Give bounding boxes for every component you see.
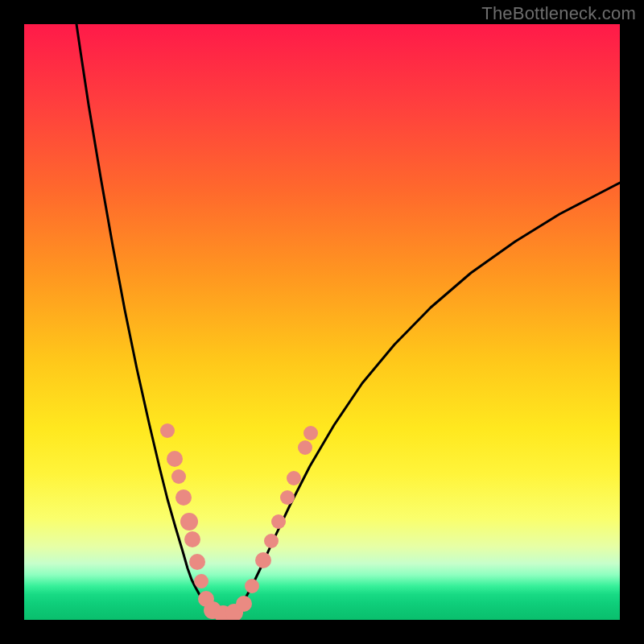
left-dot-3 [171, 469, 186, 484]
left-dot-1 [160, 423, 175, 438]
data-dots [160, 423, 318, 620]
left-dot-7 [189, 554, 205, 570]
watermark-text: TheBottleneck.com [481, 3, 636, 24]
right-dot-3 [264, 534, 279, 548]
bottleneck-curve [76, 24, 620, 616]
right-dot-7 [298, 440, 312, 455]
curve-overlay [24, 24, 620, 620]
chart-frame: TheBottleneck.com [0, 0, 644, 644]
right-dot-6 [287, 471, 301, 485]
left-dot-4 [175, 489, 192, 506]
left-dot-8 [194, 574, 208, 588]
right-dot-1 [245, 579, 259, 593]
plot-area [24, 24, 620, 620]
floor-dot-5 [236, 596, 252, 612]
left-dot-5 [180, 513, 198, 530]
bottleneck-curve-path [76, 24, 620, 616]
left-dot-6 [184, 531, 200, 547]
right-dot-2 [255, 552, 271, 568]
left-dot-2 [167, 451, 183, 467]
right-dot-8 [303, 426, 318, 440]
right-dot-5 [280, 490, 295, 505]
right-dot-4 [271, 514, 286, 529]
